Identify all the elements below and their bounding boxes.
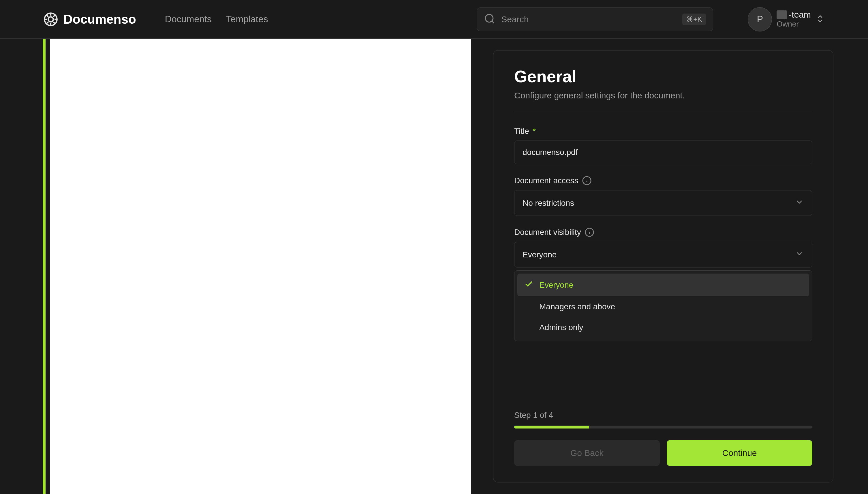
search-placeholder: Search xyxy=(501,15,676,24)
progress-fill xyxy=(514,425,589,429)
option-managers[interactable]: Managers and above xyxy=(517,296,809,317)
chevron-down-icon xyxy=(795,197,804,209)
team-suffix: -team xyxy=(789,10,811,20)
document-page[interactable] xyxy=(50,39,471,494)
visibility-select[interactable]: Everyone xyxy=(514,242,812,267)
search-shortcut: ⌘+K xyxy=(682,14,706,25)
access-field-group: Document access No restrictions xyxy=(514,176,812,216)
button-row: Go Back Continue xyxy=(514,440,812,466)
access-value: No restrictions xyxy=(522,198,574,208)
option-admins-label: Admins only xyxy=(539,323,584,332)
team-name: -team xyxy=(776,10,811,20)
app-header: Documenso Documents Templates Search ⌘+K… xyxy=(0,0,868,39)
check-icon xyxy=(524,279,533,290)
logo-icon xyxy=(43,12,58,27)
svg-point-2 xyxy=(485,15,493,22)
logo-text: Documenso xyxy=(63,12,136,26)
access-select[interactable]: No restrictions xyxy=(514,190,812,216)
visibility-label: Document visibility xyxy=(514,228,581,237)
info-icon[interactable] xyxy=(582,176,592,186)
nav-templates[interactable]: Templates xyxy=(226,14,268,24)
user-role: Owner xyxy=(776,20,811,28)
document-preview-area xyxy=(0,39,473,494)
panel-subtitle: Configure general settings for the docum… xyxy=(514,91,812,100)
search-icon xyxy=(484,13,495,26)
title-label: Title xyxy=(514,127,529,136)
divider xyxy=(514,112,812,112)
continue-button[interactable]: Continue xyxy=(667,440,812,466)
user-info: -team Owner xyxy=(776,10,811,28)
info-icon[interactable] xyxy=(585,227,594,237)
accent-bar xyxy=(43,39,45,494)
logo-section[interactable]: Documenso xyxy=(43,12,136,27)
avatar-initial: P xyxy=(757,14,763,24)
search-box[interactable]: Search ⌘+K xyxy=(477,7,713,31)
settings-sidebar: General Configure general settings for t… xyxy=(473,39,868,494)
option-admins[interactable]: Admins only xyxy=(517,317,809,338)
access-label: Document access xyxy=(514,176,578,185)
selector-icon xyxy=(815,12,825,27)
svg-point-1 xyxy=(48,17,53,22)
title-input[interactable]: documenso.pdf xyxy=(514,140,812,164)
option-managers-label: Managers and above xyxy=(539,302,615,311)
title-field-group: Title * documenso.pdf xyxy=(514,127,812,164)
required-indicator: * xyxy=(533,127,536,136)
visibility-dropdown: Everyone Managers and above Admins only xyxy=(514,270,812,341)
step-indicator: Step 1 of 4 xyxy=(514,411,812,420)
avatar: P xyxy=(748,7,772,32)
chevron-down-icon xyxy=(795,249,804,260)
panel-title: General xyxy=(514,66,812,86)
option-everyone-label: Everyone xyxy=(539,281,573,290)
settings-card: General Configure general settings for t… xyxy=(493,50,833,482)
nav-links: Documents Templates xyxy=(165,14,268,24)
visibility-field-group: Document visibility Everyone xyxy=(514,227,812,341)
user-menu[interactable]: P -team Owner xyxy=(748,7,825,32)
title-label-row: Title * xyxy=(514,127,812,136)
visibility-label-row: Document visibility xyxy=(514,227,812,237)
team-name-redacted xyxy=(776,11,787,19)
nav-documents[interactable]: Documents xyxy=(165,14,212,24)
progress-bar xyxy=(514,425,812,429)
main-content: General Configure general settings for t… xyxy=(0,39,868,494)
go-back-button[interactable]: Go Back xyxy=(514,440,660,466)
option-everyone[interactable]: Everyone xyxy=(517,273,809,296)
visibility-value: Everyone xyxy=(522,250,556,260)
access-label-row: Document access xyxy=(514,176,812,186)
svg-line-3 xyxy=(492,21,494,23)
